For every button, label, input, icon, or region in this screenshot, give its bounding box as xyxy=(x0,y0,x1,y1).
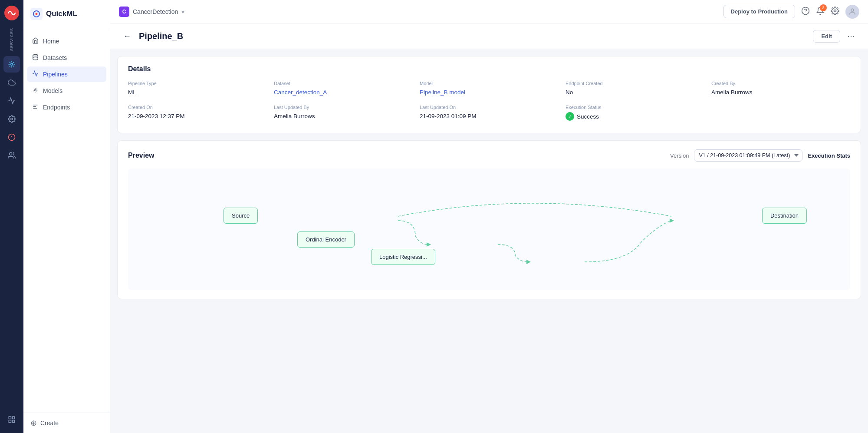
model-value[interactable]: Pipeline_B model xyxy=(420,89,465,96)
icon-settings-nav[interactable] xyxy=(3,111,20,127)
sidebar-app-title: QuickML xyxy=(46,10,77,18)
sidebar-home-label: Home xyxy=(43,38,59,45)
detail-last-updated-by: Last Updated By Amelia Burrows xyxy=(274,105,413,121)
details-card: Details Pipeline Type ML Dataset Cancer_… xyxy=(117,56,861,133)
endpoint-value: No xyxy=(566,89,573,96)
pipelines-icon xyxy=(32,70,39,78)
icon-alert[interactable] xyxy=(3,129,20,145)
detail-last-updated-on: Last Updated On 21-09-2023 01:09 PM xyxy=(420,105,559,121)
workspace-chevron-icon: ▾ xyxy=(181,8,184,15)
deploy-button[interactable]: Deploy to Production xyxy=(723,5,795,18)
content-area: ← Pipeline_B Edit ⋯ Details Pipeline Typ… xyxy=(110,23,868,433)
preview-controls: Version V1 / 21-09-2023 01:09:49 PM (Lat… xyxy=(670,149,850,162)
detail-model: Model Pipeline_B model xyxy=(420,81,559,96)
workspace-name: CancerDetection xyxy=(133,8,178,15)
workspace-info: C CancerDetection ▾ xyxy=(119,7,184,17)
sidebar-endpoints-label: Endpoints xyxy=(43,104,70,111)
details-title: Details xyxy=(128,65,850,73)
pipeline-node-logistic[interactable]: Logistic Regressi... xyxy=(371,249,435,265)
svg-point-1 xyxy=(11,63,13,66)
pipeline-node-destination[interactable]: Destination xyxy=(762,208,807,224)
source-label: Source xyxy=(232,212,250,219)
create-label: Create xyxy=(40,420,59,426)
sidebar-item-home[interactable]: Home xyxy=(27,33,106,49)
page-actions: Edit ⋯ xyxy=(813,30,858,43)
pipeline-node-ordinal[interactable]: Ordinal Encoder xyxy=(297,231,355,248)
dataset-label: Dataset xyxy=(274,81,413,86)
model-label: Model xyxy=(420,81,559,86)
icon-bar: Services xyxy=(0,0,23,433)
topbar: C CancerDetection ▾ Deploy to Production… xyxy=(110,0,868,23)
page-title: Pipeline_B xyxy=(139,31,183,41)
svg-marker-23 xyxy=(427,242,431,247)
pipeline-type-value: ML xyxy=(128,89,136,96)
icon-pipeline[interactable] xyxy=(3,56,20,73)
svg-marker-24 xyxy=(526,260,531,264)
topbar-right: Deploy to Production 2 xyxy=(723,5,859,19)
quickml-logo-icon xyxy=(30,8,43,20)
version-select[interactable]: V1 / 21-09-2023 01:09:49 PM (Latest) xyxy=(694,149,802,162)
svg-point-14 xyxy=(33,54,38,56)
version-label: Version xyxy=(670,152,689,159)
created-on-label: Created On xyxy=(128,105,267,110)
more-options-button[interactable]: ⋯ xyxy=(845,30,858,43)
sidebar-models-label: Models xyxy=(43,87,62,94)
user-avatar[interactable] xyxy=(845,5,859,19)
pipeline-type-label: Pipeline Type xyxy=(128,81,267,86)
create-button[interactable]: ⊕ Create xyxy=(30,418,103,428)
detail-execution-status: Execution Status ✓ Success xyxy=(566,105,704,121)
workspace-badge: C xyxy=(119,7,129,17)
help-button[interactable] xyxy=(801,7,810,17)
settings-button[interactable] xyxy=(831,7,839,17)
success-label: Success xyxy=(577,113,599,120)
details-grid: Pipeline Type ML Dataset Cancer_detectio… xyxy=(128,81,850,121)
sidebar-pipelines-label: Pipelines xyxy=(43,71,68,78)
sidebar-item-datasets[interactable]: Datasets xyxy=(27,50,106,66)
dataset-value[interactable]: Cancer_detection_A xyxy=(274,89,327,96)
sidebar-datasets-label: Datasets xyxy=(43,54,67,61)
preview-section: Preview Version V1 / 21-09-2023 01:09:49… xyxy=(117,140,861,299)
execution-stats-button[interactable]: Execution Stats xyxy=(808,152,850,159)
svg-rect-8 xyxy=(13,416,15,419)
app-logo[interactable] xyxy=(4,5,20,21)
endpoints-icon xyxy=(32,103,39,111)
sidebar-nav: Home Datasets Pipelines Models Endpoints xyxy=(23,28,110,413)
pipeline-arrows xyxy=(128,169,850,290)
detail-created-on: Created On 21-09-2023 12:37 PM xyxy=(128,105,267,121)
icon-people[interactable] xyxy=(3,147,20,164)
pipeline-canvas: Source Ordinal Encoder Logistic Regressi… xyxy=(128,169,850,290)
execution-status-label: Execution Status xyxy=(566,105,704,110)
pipeline-node-source[interactable]: Source xyxy=(224,208,258,224)
ordinal-label: Ordinal Encoder xyxy=(306,236,346,243)
notifications-button[interactable]: 2 xyxy=(816,7,825,17)
back-button[interactable]: ← xyxy=(121,31,134,42)
last-updated-on-value: 21-09-2023 01:09 PM xyxy=(420,113,477,119)
endpoint-label: Endpoint Created xyxy=(566,81,704,86)
services-label: Services xyxy=(10,28,14,51)
last-updated-on-label: Last Updated On xyxy=(420,105,559,110)
icon-chart[interactable] xyxy=(3,93,20,109)
svg-rect-10 xyxy=(9,420,11,423)
sidebar-item-endpoints[interactable]: Endpoints xyxy=(27,99,106,115)
logistic-label: Logistic Regressi... xyxy=(379,254,427,260)
svg-point-2 xyxy=(11,118,13,120)
execution-status-value: ✓ Success xyxy=(566,112,704,121)
svg-marker-25 xyxy=(670,218,674,223)
svg-point-13 xyxy=(36,13,38,15)
svg-rect-7 xyxy=(9,416,11,419)
detail-pipeline-type: Pipeline Type ML xyxy=(128,81,267,96)
destination-label: Destination xyxy=(770,212,799,219)
sidebar-item-pipelines[interactable]: Pipelines xyxy=(27,66,106,82)
sidebar-item-models[interactable]: Models xyxy=(27,83,106,99)
icon-cloud[interactable] xyxy=(3,74,20,91)
sidebar-footer: ⊕ Create xyxy=(23,413,110,433)
datasets-icon xyxy=(32,54,39,62)
icon-grid[interactable] xyxy=(3,411,20,428)
home-icon xyxy=(32,37,39,45)
created-by-value: Amelia Burrows xyxy=(711,89,753,96)
detail-dataset: Dataset Cancer_detection_A xyxy=(274,81,413,96)
edit-button[interactable]: Edit xyxy=(813,30,840,43)
svg-point-6 xyxy=(10,153,12,155)
svg-point-15 xyxy=(35,89,36,91)
main-content: C CancerDetection ▾ Deploy to Production… xyxy=(110,0,868,433)
